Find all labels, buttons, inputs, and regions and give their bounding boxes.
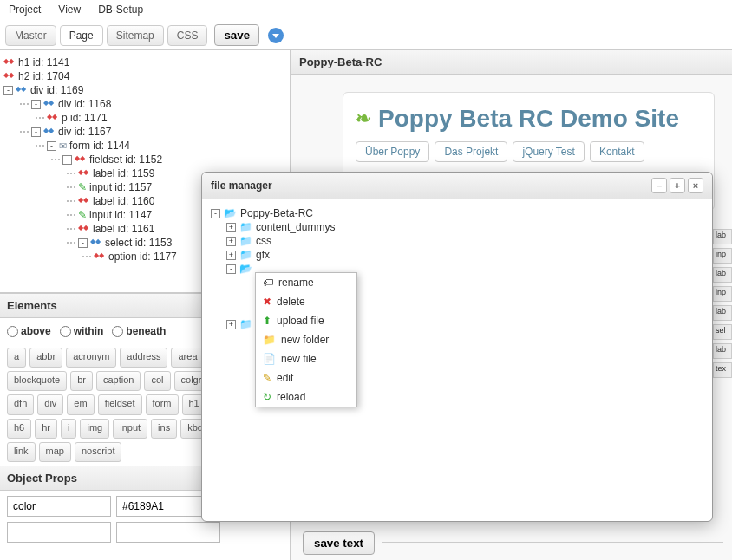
tree-node[interactable]: ⋯-form id: 1144 [3, 139, 286, 153]
tag-red-icon [75, 154, 87, 165]
ctx-rename[interactable]: rename [256, 273, 356, 292]
ctx-newfile[interactable]: new file [256, 349, 356, 368]
tree-node[interactable]: ⋯-div id: 1167 [3, 125, 286, 139]
ctx-newfolder[interactable]: new folder [256, 330, 356, 349]
tab-master[interactable]: Master [5, 25, 56, 46]
menu-dbsetup[interactable]: DB-Setup [98, 3, 143, 16]
nav-link[interactable]: jQuery Test [513, 141, 584, 162]
file-label: gfx [256, 249, 270, 261]
pencil-icon [78, 209, 87, 221]
tag-address[interactable]: address [120, 348, 167, 368]
file-node[interactable]: -Poppy-Beta-RC [211, 206, 703, 220]
toggle-icon[interactable]: - [31, 127, 41, 137]
tree-node[interactable]: -div id: 1169 [3, 83, 286, 97]
tree-label: select id: 1153 [105, 237, 172, 249]
toggle-icon[interactable]: - [31, 100, 41, 109]
tag-blue-icon [43, 127, 56, 137]
tag-blue-icon [90, 238, 102, 248]
site-title-text: Poppy Beta RC Demo Site [378, 105, 679, 133]
ctx-edit[interactable]: edit [256, 368, 356, 387]
tag-a[interactable]: a [7, 348, 26, 368]
prop-value-input-2[interactable] [116, 522, 220, 543]
tab-page[interactable]: Page [60, 25, 103, 46]
tag-br[interactable]: br [70, 371, 93, 391]
toggle-icon[interactable]: - [3, 86, 13, 95]
tag-acronym[interactable]: acronym [66, 348, 116, 368]
tag-red-icon [3, 71, 16, 81]
ctx-upload[interactable]: upload file [256, 311, 356, 330]
tab-sitemap[interactable]: Sitemap [107, 25, 164, 46]
tag-ins[interactable]: ins [151, 419, 177, 439]
toggle-icon[interactable]: - [47, 141, 56, 151]
tree-label: div id: 1169 [30, 84, 83, 96]
menu-project[interactable]: Project [9, 3, 41, 16]
dialog-close-icon[interactable]: × [688, 178, 703, 193]
tag-caption[interactable]: caption [96, 371, 141, 391]
toggle-icon[interactable]: - [226, 264, 236, 274]
tag-i[interactable]: i [61, 419, 76, 439]
form-stub: lab [713, 305, 732, 321]
dialog-minimize-icon[interactable]: – [651, 178, 667, 193]
nav-link[interactable]: Über Poppy [356, 141, 429, 162]
tag-em[interactable]: em [67, 394, 94, 414]
toggle-icon[interactable]: - [211, 209, 220, 218]
tree-node[interactable]: ⋯p id: 1171 [3, 111, 286, 125]
save-text-row: save text [303, 531, 723, 555]
dropdown-circle-icon[interactable] [268, 28, 284, 43]
tree-label: input id: 1147 [89, 209, 152, 221]
radio-above[interactable]: above [7, 325, 51, 337]
tree-label: form id: 1144 [69, 140, 130, 152]
tree-node[interactable]: h1 id: 1141 [3, 55, 286, 69]
prop-key-input[interactable] [7, 496, 111, 517]
tag-form[interactable]: form [146, 394, 179, 414]
tag-img[interactable]: img [80, 419, 109, 439]
tree-node[interactable]: h2 id: 1704 [3, 69, 286, 83]
file-node[interactable]: +gfx [211, 248, 703, 262]
tag-h6[interactable]: h6 [7, 419, 31, 439]
file-node[interactable]: +css [211, 234, 703, 248]
nav-link[interactable]: Kontakt [590, 141, 644, 162]
menu-view[interactable]: View [58, 3, 81, 16]
tag-dfn[interactable]: dfn [7, 394, 34, 414]
tag-abbr[interactable]: abbr [29, 348, 62, 368]
toggle-icon[interactable]: + [226, 251, 236, 260]
tag-blockquote[interactable]: blockquote [7, 371, 67, 391]
toggle-icon[interactable]: + [226, 223, 236, 232]
tag-col[interactable]: col [144, 371, 170, 391]
dialog-titlebar[interactable]: file manager – + × [202, 173, 712, 199]
radio-beneath[interactable]: beneath [112, 325, 166, 337]
folder-icon [239, 249, 252, 261]
form-stub: lab [713, 343, 732, 359]
tree-label: h1 id: 1141 [18, 56, 69, 68]
dialog-maximize-icon[interactable]: + [670, 178, 685, 193]
tag-div[interactable]: div [37, 394, 63, 414]
save-button[interactable]: save [214, 24, 259, 46]
radio-within[interactable]: within [60, 325, 104, 337]
tag-input[interactable]: input [113, 419, 147, 439]
envelope-icon [59, 140, 67, 152]
tag-map[interactable]: map [39, 442, 71, 462]
tag-fieldset[interactable]: fieldset [98, 394, 142, 414]
nav-link[interactable]: Das Projekt [435, 141, 507, 162]
tab-css[interactable]: CSS [167, 25, 208, 46]
ctx-delete[interactable]: delete [256, 292, 356, 311]
toggle-icon[interactable]: - [78, 238, 88, 248]
tag-noscript[interactable]: noscript [75, 442, 122, 462]
tree-label: option id: 1177 [108, 251, 177, 263]
toggle-icon[interactable]: - [62, 155, 72, 165]
toggle-icon[interactable]: + [226, 237, 236, 246]
tag-area[interactable]: area [171, 348, 204, 368]
tree-node[interactable]: ⋯-fieldset id: 1152 [3, 153, 286, 166]
save-text-button[interactable]: save text [303, 531, 375, 555]
tag-red-icon [78, 196, 90, 206]
toolbar: Master Page Sitemap CSS save [0, 21, 732, 50]
prop-key-input-2[interactable] [7, 522, 111, 543]
reload-icon [263, 391, 271, 403]
tag-hr[interactable]: hr [35, 419, 57, 439]
tag-link[interactable]: link [7, 442, 36, 462]
tree-node[interactable]: ⋯-div id: 1168 [3, 97, 286, 111]
file-node[interactable]: +content_dummys [211, 220, 703, 234]
ctx-reload[interactable]: reload [256, 387, 356, 407]
toggle-icon[interactable]: + [226, 320, 236, 329]
nav-row: Über PoppyDas ProjektjQuery TestKontakt [356, 141, 702, 162]
